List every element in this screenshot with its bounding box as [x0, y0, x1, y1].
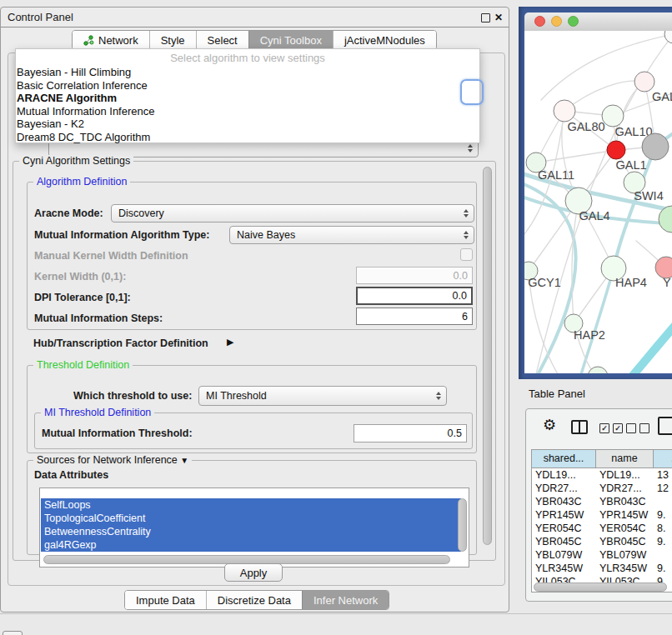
collapse-arrow-icon[interactable]: ▼	[180, 456, 188, 465]
table-body: YDL19...YDL19...13YDR27...YDR27...12YBR0…	[532, 468, 672, 588]
column-header[interactable]: name	[596, 450, 654, 468]
list-vertical-scrollbar[interactable]	[458, 498, 467, 552]
float-window-icon[interactable]	[481, 13, 490, 22]
close-icon[interactable]: ✕	[494, 12, 503, 22]
tab-style[interactable]: Style	[149, 31, 196, 49]
new-column-icon[interactable]	[658, 417, 672, 435]
select-all-checked-icon[interactable]: ✓✓	[599, 423, 623, 433]
table-cell[interactable]: 9.	[654, 562, 672, 575]
tab-jactivemnodules[interactable]: jActiveMNodules	[333, 31, 436, 49]
control-panel-titlebar[interactable]: Control Panel ✕	[1, 8, 509, 28]
zoom-traffic-light-icon[interactable]	[568, 16, 579, 27]
table-cell[interactable]	[654, 548, 672, 562]
table-cell[interactable]: YLR345W	[532, 562, 596, 575]
control-panel-title: Control Panel	[8, 8, 73, 27]
select-none-icon[interactable]	[626, 423, 649, 433]
close-traffic-light-icon[interactable]	[534, 16, 545, 27]
table-cell[interactable]: YPR145W	[596, 508, 654, 522]
table-row[interactable]: YPR145WYPR145W9.	[532, 508, 672, 522]
tab-label: Network	[98, 34, 138, 47]
table-cell[interactable]: 12	[654, 482, 672, 495]
mi-threshold-label: Mutual Information Threshold:	[42, 424, 193, 442]
table-cell[interactable]: YBR045C	[596, 535, 654, 548]
tab-impute-data[interactable]: Impute Data	[125, 591, 206, 609]
table-cell[interactable]: YDR27...	[532, 482, 596, 495]
column-header[interactable]: shared...	[532, 450, 596, 468]
table-cell[interactable]: YBR045C	[532, 535, 596, 548]
dropdown-item[interactable]: Bayesian - Hill Climbing	[16, 66, 479, 79]
attribute-list-item[interactable]: BetweennessCentrality	[41, 525, 461, 538]
dropdown-item[interactable]: Bayesian - K2	[16, 118, 479, 131]
tab-discretize-data[interactable]: Discretize Data	[206, 591, 302, 609]
mi-steps-field[interactable]	[356, 308, 473, 325]
collapsed-panel-widget[interactable]	[3, 631, 23, 635]
table-cell[interactable]: YBR043C	[532, 495, 596, 508]
which-threshold-value: MI Threshold	[206, 390, 267, 402]
network-node[interactable]	[634, 72, 654, 92]
dropdown-item[interactable]: Dream8 DC_TDC Algorithm	[16, 131, 479, 144]
table-cell[interactable]: 8.	[654, 522, 672, 535]
apply-button[interactable]: Apply	[224, 563, 283, 582]
kernel-width-field[interactable]	[356, 267, 473, 284]
tab-infer-network[interactable]: Infer Network	[302, 591, 389, 609]
attribute-list-item[interactable]: gal4RGexp	[41, 538, 461, 552]
network-node[interactable]	[607, 141, 625, 159]
table-row[interactable]: YLR345WYLR345W9.	[532, 562, 672, 575]
table-cell[interactable]: YPR145W	[532, 508, 596, 522]
table-horizontal-scrollbar[interactable]	[534, 582, 667, 592]
hub-section-label[interactable]: Hub/Transcription Factor Definition	[33, 338, 208, 349]
settings-gear-icon[interactable]: ⚙	[543, 418, 556, 432]
network-node[interactable]	[554, 100, 575, 122]
algorithm-definition-group: Algorithm Definition Aracne Mode: Discov…	[27, 182, 477, 330]
network-node[interactable]	[664, 31, 672, 43]
attribute-list-item[interactable]: SelfLoops	[41, 498, 461, 512]
settings-vertical-scrollbar[interactable]	[483, 167, 492, 545]
column-header[interactable]: A	[654, 450, 672, 468]
table-cell[interactable]: YBR043C	[596, 495, 654, 508]
aracne-mode-combobox[interactable]: Discovery	[111, 204, 474, 222]
table-cell[interactable]: YDL19...	[596, 468, 654, 482]
table-row[interactable]: YDR27...YDR27...12	[532, 482, 672, 495]
table-cell[interactable]: 9.	[654, 535, 672, 548]
network-canvas[interactable]: GALGAL80GAL10GAL1GAL11SWI4GAL4GCY1HAP4YH…	[524, 31, 672, 373]
mi-type-value: Naive Bayes	[237, 229, 295, 241]
table-cell[interactable]	[654, 495, 672, 508]
table-cell[interactable]: YER054C	[532, 522, 596, 535]
network-window-titlebar[interactable]	[524, 12, 672, 32]
table-cell[interactable]: 9.	[654, 508, 672, 522]
expand-arrow-icon[interactable]: ▶	[227, 337, 233, 348]
table-row[interactable]: YDL19...YDL19...13	[532, 468, 672, 482]
tab-network[interactable]: Network	[73, 31, 149, 49]
dropdown-item[interactable]: Mutual Information Inference	[16, 105, 479, 118]
dropdown-item[interactable]: ARACNE Algorithm	[16, 92, 479, 105]
manual-kernel-checkbox[interactable]	[460, 248, 473, 261]
tab-cyni-toolbox[interactable]: Cyni Toolbox	[248, 31, 333, 49]
network-node[interactable]	[602, 105, 624, 127]
table-cell[interactable]: YER054C	[596, 522, 654, 535]
minimize-traffic-light-icon[interactable]	[551, 16, 562, 27]
table-row[interactable]: YBR043CYBR043C	[532, 495, 672, 508]
settings-group-title: Cyni Algorithm Settings	[19, 155, 133, 168]
table-cell[interactable]: YDL19...	[532, 468, 596, 482]
combo-arrows-icon	[464, 209, 469, 218]
sources-group-title[interactable]: Sources for Network Inference ▼	[33, 454, 192, 467]
table-row[interactable]: YBR045CYBR045C9.	[532, 535, 672, 548]
table-cell[interactable]: 13	[654, 468, 672, 482]
dpi-tolerance-field[interactable]	[356, 287, 473, 305]
columns-icon[interactable]	[571, 420, 588, 434]
attribute-list-item[interactable]: TopologicalCoefficient	[41, 512, 461, 525]
mi-algorithm-type-combobox[interactable]: Naive Bayes	[229, 226, 474, 244]
table-cell[interactable]: YBL079W	[532, 548, 596, 562]
mi-threshold-field[interactable]	[354, 424, 467, 442]
dropdown-item[interactable]: Basic Correlation Inference	[16, 79, 479, 92]
tab-select[interactable]: Select	[196, 31, 248, 49]
focus-ring	[460, 79, 484, 105]
data-attributes-list[interactable]: SelfLoopsTopologicalCoefficientBetweenne…	[39, 488, 469, 568]
table-cell[interactable]: YLR345W	[596, 562, 654, 575]
table-row[interactable]: YBL079WYBL079W	[532, 548, 672, 562]
which-threshold-combobox[interactable]: MI Threshold	[198, 386, 447, 406]
table-row[interactable]: YER054CYER054C8.	[532, 522, 672, 535]
table-cell[interactable]: YDR27...	[596, 482, 654, 495]
table-cell[interactable]: YBL079W	[596, 548, 654, 562]
network-node[interactable]	[642, 133, 669, 160]
